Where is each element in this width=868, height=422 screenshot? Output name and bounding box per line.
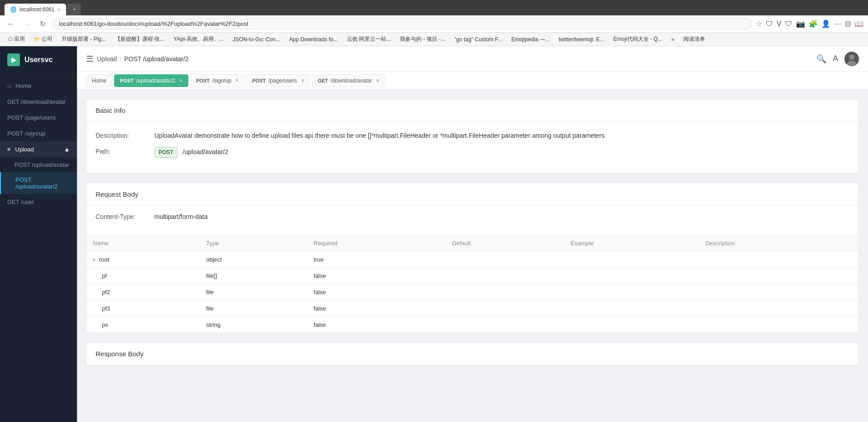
- tab-close-icon[interactable]: ✕: [376, 78, 379, 83]
- browser-chrome: 🌐 localhost:6061 ✕ +: [0, 0, 868, 15]
- tab-post-sign-up[interactable]: POST /sign/up ✕: [190, 74, 245, 87]
- bookmark-emojipedia[interactable]: Emojipedia —...: [508, 35, 553, 44]
- tab-close-icon[interactable]: ✕: [301, 78, 304, 83]
- tab-title: localhost:6061: [19, 6, 54, 13]
- tab-post-upload-avatar-2[interactable]: POST /upload/avatar/2 ✕: [114, 74, 188, 87]
- hamburger-icon[interactable]: ☰: [86, 54, 93, 64]
- sidebar-group-label: Upload: [15, 146, 34, 153]
- tab-close-icon[interactable]: ✕: [235, 78, 239, 83]
- path-label: Path:: [96, 147, 154, 155]
- sidebar-item-label: POST /sign/up: [7, 130, 45, 137]
- tab-get-download-avatar[interactable]: GET /download/avatar ✕: [312, 74, 385, 87]
- sidebar-item-label: GET /download/avatar: [7, 98, 66, 105]
- bookmark-course[interactable]: 【新提醒】课程·张...: [111, 34, 168, 44]
- cell-description: [699, 317, 858, 333]
- row-name: pf3: [93, 305, 110, 312]
- bookmark-label: 我参与的 - 项目 -...: [400, 35, 445, 43]
- request-body-card: Request Body Content-Type: multipart/for…: [86, 183, 859, 333]
- bookmark-company[interactable]: 📁 公司: [30, 34, 56, 44]
- cell-default: [446, 284, 564, 301]
- back-button[interactable]: ←: [5, 19, 17, 29]
- profile-icon[interactable]: 👤: [821, 19, 830, 28]
- table-row-pf3: pf3 file false: [86, 301, 858, 317]
- language-icon[interactable]: A: [833, 54, 838, 63]
- toolbar-icons: ☆ 🛡 V 🛡 📷 🧩 👤 ⋯ ⊟ 📖: [756, 19, 863, 28]
- cell-example: [564, 284, 699, 301]
- topbar-left: ☰ Upload / POST /upload/avatar/2: [86, 54, 188, 64]
- cell-default: [446, 252, 564, 268]
- bookmark-star-icon[interactable]: ☆: [756, 19, 762, 28]
- sidebar-item-post-sign-up[interactable]: POST /sign/up: [0, 126, 77, 141]
- sidebar-item-get-user[interactable]: GET /user: [0, 194, 77, 210]
- bookmark-apps[interactable]: ⬡ 应用: [5, 34, 29, 44]
- sidebar-subitem-post-upload-avatar-2[interactable]: POST /upload/avatar/2: [0, 172, 77, 194]
- cell-name: ps: [86, 317, 200, 333]
- puzzle-icon[interactable]: 🧩: [809, 19, 818, 28]
- table-row-ps: ps string false: [86, 317, 858, 333]
- sidebar-logo: ▶ Usersvc: [0, 46, 77, 74]
- expand-icon[interactable]: ▾: [93, 257, 96, 262]
- tab-close-icon[interactable]: ✕: [179, 78, 182, 83]
- more-icon[interactable]: ⋯: [834, 19, 841, 28]
- bookmark-pig[interactable]: 升级版部署 - Pig...: [58, 34, 110, 44]
- cell-type: file: [200, 301, 307, 317]
- svg-point-1: [849, 54, 854, 60]
- bookmark-more[interactable]: »: [668, 35, 678, 44]
- cell-type: object: [200, 252, 307, 268]
- tab-home[interactable]: Home: [86, 74, 112, 87]
- cell-required: false: [307, 284, 446, 301]
- sidebar-item-post-page-users[interactable]: POST /page/users: [0, 110, 77, 126]
- camera-icon[interactable]: 📷: [796, 19, 805, 28]
- bookmark-label: App Downloads fo...: [289, 36, 338, 43]
- bookmark-label: JSON-to-Go: Con...: [233, 36, 280, 43]
- bookmark-json2go[interactable]: JSON-to-Go: Con...: [229, 35, 284, 44]
- new-tab-button[interactable]: +: [67, 4, 81, 15]
- bookmark-appdownloads[interactable]: App Downloads fo...: [286, 35, 341, 44]
- description-row: Description: UploadAvatar demonstrate ho…: [96, 131, 849, 141]
- bookmark-project[interactable]: 我参与的 - 项目 -...: [396, 34, 449, 44]
- tab-path: /sign/up: [212, 78, 231, 84]
- bookmark-emoji-codes[interactable]: Emoji代码大全 - Q...: [610, 34, 666, 44]
- bookmark-label: 升级版部署 - Pig...: [62, 35, 106, 43]
- bookmark-label: 阅读清单: [683, 35, 705, 43]
- col-required: Required: [307, 235, 446, 252]
- breadcrumb-root[interactable]: Upload: [97, 55, 117, 63]
- reader-icon[interactable]: 📖: [854, 19, 863, 28]
- avatar[interactable]: [844, 52, 859, 66]
- sidebar-subitem-post-upload-avatar[interactable]: POST /upload/avatar: [0, 157, 77, 172]
- sidebar-item-get-download-avatar[interactable]: GET /download/avatar: [0, 94, 77, 110]
- active-browser-tab[interactable]: 🌐 localhost:6061 ✕: [5, 4, 66, 15]
- content-type-label: Content-Type:: [96, 213, 154, 220]
- bookmark-label: »: [671, 36, 675, 43]
- description-value: UploadAvatar demonstrate how to define u…: [154, 131, 849, 141]
- bookmark-gotag[interactable]: "go tag" Custom F...: [451, 35, 506, 44]
- path-value: POST /upload/avatar/2: [154, 147, 849, 158]
- page-tabs: Home POST /upload/avatar/2 ✕ POST /sign/…: [77, 72, 868, 90]
- cell-description: [699, 252, 858, 268]
- bookmark-reading-list[interactable]: 阅读清单: [680, 34, 709, 44]
- sidebar-group-upload[interactable]: ≡ Upload ▲: [0, 141, 77, 157]
- bookmark-yunxiao[interactable]: 云效·阿里云一站...: [343, 34, 394, 44]
- apps-icon: ⬡: [8, 36, 13, 42]
- search-icon[interactable]: 🔍: [816, 54, 826, 64]
- reload-button[interactable]: ↻: [37, 19, 48, 29]
- bookmark-twemoji[interactable]: twitter/twemoji: E...: [555, 35, 608, 44]
- bookmark-label: YApi-高效、易用、...: [173, 35, 223, 43]
- request-body-title: Request Body: [96, 190, 138, 198]
- bookmark-label: 【新提醒】课程·张...: [115, 35, 164, 43]
- sidebar-toggle-icon[interactable]: ⊟: [845, 19, 851, 28]
- cell-default: [446, 268, 564, 284]
- address-bar[interactable]: [52, 18, 752, 29]
- sidebar-item-label: POST /page/users: [7, 114, 56, 121]
- tab-post-page-users[interactable]: POST /page/users ✕: [246, 74, 310, 87]
- tab-close-button[interactable]: ✕: [57, 7, 61, 12]
- breadcrumb: Upload / POST /upload/avatar/2: [97, 55, 188, 63]
- sidebar-item-home[interactable]: ⌂ Home: [0, 78, 77, 94]
- bookmark-label: 云效·阿里云一站...: [347, 35, 391, 43]
- response-body-card: Response Body: [86, 342, 859, 366]
- forward-button[interactable]: →: [21, 19, 34, 29]
- cell-description: [699, 284, 858, 301]
- sidebar-item-label: Home: [15, 82, 31, 89]
- bookmark-yapi[interactable]: YApi-高效、易用、...: [170, 34, 227, 44]
- cell-required: true: [307, 252, 446, 268]
